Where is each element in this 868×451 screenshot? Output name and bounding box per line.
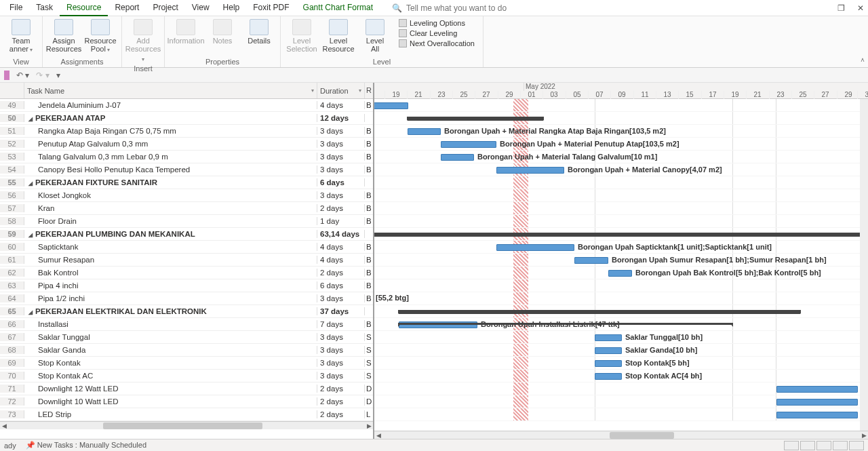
task-name-cell[interactable]: Stop Kontak (24, 359, 317, 367)
table-row[interactable]: 49Jendela Aluminium J-074 daysB (0, 99, 373, 112)
table-row[interactable]: 61Sumur Resapan4 daysB (0, 254, 373, 267)
ribbon-assign-button[interactable]: AssignResources (47, 18, 81, 53)
task-name-cell[interactable]: PEKERJAAN FIXTURE SANITAIR (24, 178, 317, 187)
duration-cell[interactable]: 3 days (317, 140, 365, 148)
task-name-cell[interactable]: Jendela Aluminium J-07 (24, 101, 317, 109)
gantt-timescale[interactable]: May 202219212325272901030507091113151719… (374, 83, 868, 99)
menu-resource[interactable]: Resource (60, 0, 108, 16)
gantt-row[interactable] (374, 176, 868, 189)
resource-cell[interactable]: B (365, 140, 373, 148)
gantt-row[interactable] (374, 202, 868, 215)
duration-cell[interactable]: 6 days (317, 178, 365, 187)
task-name-cell[interactable]: Kloset Jongkok (24, 191, 317, 199)
gantt-row[interactable] (374, 99, 868, 112)
row-number[interactable]: 52 (0, 140, 24, 148)
duration-cell[interactable]: 2 days (317, 204, 365, 212)
gantt-task-bar[interactable]: Saklar Ganda[10 bh] (595, 347, 622, 354)
menu-file[interactable]: File (3, 0, 29, 16)
row-number[interactable]: 63 (0, 281, 24, 290)
gantt-task-bar[interactable] (374, 102, 408, 109)
table-row[interactable]: 60Sapticktank4 daysB (0, 241, 373, 254)
menu-task[interactable]: Task (29, 0, 60, 16)
task-name-cell[interactable]: Rangka Atap Baja Ringan C75 0,75 mm (24, 127, 317, 135)
menu-view[interactable]: View (185, 0, 216, 16)
gantt-summary-bar[interactable] (399, 323, 732, 325)
resource-cell[interactable]: S (365, 333, 373, 341)
duration-cell[interactable]: 3 days (317, 165, 365, 174)
duration-cell[interactable]: 3 days (317, 127, 365, 135)
duration-cell[interactable]: 3 days (317, 153, 365, 161)
table-row[interactable]: 66Installasi7 daysB (0, 318, 373, 331)
duration-cell[interactable]: 3 days (317, 359, 365, 367)
table-row[interactable]: 53Talang Galvalum 0,3 mm Lebar 0,9 m3 da… (0, 151, 373, 163)
resource-cell[interactable]: B (365, 217, 373, 225)
view-report-icon[interactable] (849, 441, 864, 450)
vertical-scrollbar[interactable] (860, 99, 868, 431)
gantt-task-bar[interactable]: Borongan Upah + Material Canopy[4,07 m2] (496, 167, 564, 174)
ribbon-collapse-icon[interactable]: ＾ (859, 56, 867, 67)
row-number[interactable]: 58 (0, 217, 24, 225)
resource-cell[interactable]: B (365, 153, 373, 161)
table-row[interactable]: 59PEKERJAAN PLUMBING DAN MEKANIKAL63,14 … (0, 228, 373, 241)
task-name-cell[interactable]: Floor Drain (24, 217, 317, 225)
row-number[interactable]: 62 (0, 269, 24, 277)
resource-cell[interactable]: B (365, 127, 373, 135)
table-row[interactable]: 67Saklar Tunggal3 daysS (0, 331, 373, 344)
task-name-cell[interactable]: Canopy Besi Hollo Penutup Kaca Tempered (24, 165, 317, 174)
ribbon-level-button[interactable]: LevelAll (358, 18, 392, 53)
table-row[interactable]: 73LED Strip2 daysL (0, 408, 373, 421)
task-name-cell[interactable]: PEKERJAAN PLUMBING DAN MEKANIKAL (24, 230, 317, 238)
resource-cell[interactable]: D (365, 397, 373, 406)
menu-help[interactable]: Help (216, 0, 247, 16)
gantt-task-bar[interactable]: Saklar Tunggal[10 bh] (595, 334, 622, 341)
row-number[interactable]: 72 (0, 397, 24, 406)
restore-icon[interactable]: ❐ (837, 3, 845, 13)
duration-cell[interactable]: 3 days (317, 372, 365, 380)
gantt-task-bar[interactable]: Borongan Upah Sumur Resapan[1 bh];Sumur … (574, 257, 608, 264)
table-row[interactable]: 65PEKERJAAN ELEKTRIKAL DAN ELEKTRONIK37 … (0, 305, 373, 318)
new-tasks-mode[interactable]: 📌 New Tasks : Manually Scheduled (26, 441, 146, 450)
duration-cell[interactable]: 2 days (317, 269, 365, 277)
resource-cell[interactable]: L (365, 410, 373, 418)
gantt-task-bar[interactable]: Stop Kontak AC[4 bh] (595, 373, 622, 380)
row-number[interactable]: 59 (0, 230, 24, 238)
ribbon-level-button[interactable]: LevelResource (321, 18, 355, 53)
duration-cell[interactable]: 37 days (317, 307, 365, 315)
gantt-summary-bar[interactable] (399, 310, 800, 314)
row-number[interactable]: 67 (0, 333, 24, 341)
duration-cell[interactable]: 7 days (317, 320, 365, 328)
grid-h-scrollbar[interactable]: ◀▶ (0, 421, 373, 429)
row-number[interactable]: 50 (0, 114, 24, 122)
gantt-chart[interactable]: May 202219212325272901030507091113151719… (374, 83, 868, 439)
gantt-h-scrollbar[interactable]: ◀▶ (374, 431, 868, 439)
table-row[interactable]: 68Saklar Ganda3 daysS (0, 344, 373, 357)
resource-cell[interactable]: B (365, 165, 373, 174)
resource-cell[interactable]: B (365, 204, 373, 212)
gantt-row[interactable] (374, 292, 868, 305)
task-name-cell[interactable]: Stop Kontak AC (24, 372, 317, 380)
table-row[interactable]: 69Stop Kontak3 daysS (0, 357, 373, 370)
resource-cell[interactable]: D (365, 385, 373, 393)
task-name-cell[interactable]: PEKERJAAN ATAP (24, 114, 317, 122)
table-row[interactable]: 56Kloset Jongkok3 daysB (0, 189, 373, 202)
gantt-task-bar[interactable]: Borongan Upah + Material Penutup Atap[10… (441, 141, 496, 148)
ribbon-team-button[interactable]: Teamanner (4, 18, 38, 54)
view-task-usage-icon[interactable] (800, 441, 815, 450)
gantt-task-bar[interactable]: Downlight 12 W (776, 386, 858, 393)
menu-foxit-pdf[interactable]: Foxit PDF (246, 0, 296, 16)
table-row[interactable]: 57Kran2 daysB (0, 202, 373, 215)
gantt-task-bar[interactable]: LED Strip[26,8 m (776, 412, 858, 418)
table-row[interactable]: 63Pipa 4 inchi6 daysB (0, 279, 373, 292)
gantt-task-bar[interactable]: Borongan Upah + Material Rangka Atap Baj… (408, 128, 441, 135)
row-number[interactable]: 65 (0, 307, 24, 315)
gantt-task-bar[interactable]: Borongan Upah Bak Kontrol[5 bh];Bak Kont… (608, 270, 632, 277)
ribbon-clear-leveling[interactable]: Clear Leveling (399, 29, 475, 37)
duration-cell[interactable]: 4 days (317, 101, 365, 109)
view-team-planner-icon[interactable] (816, 441, 831, 450)
duration-cell[interactable]: 1 day (317, 217, 365, 225)
task-name-cell[interactable]: Penutup Atap Galvalum 0,3 mm (24, 140, 317, 148)
resource-header[interactable]: R (365, 83, 373, 98)
table-row[interactable]: 72Downlight 10 Watt LED2 daysD (0, 395, 373, 408)
table-row[interactable]: 51Rangka Atap Baja Ringan C75 0,75 mm3 d… (0, 125, 373, 138)
resource-cell[interactable]: B (365, 294, 373, 302)
